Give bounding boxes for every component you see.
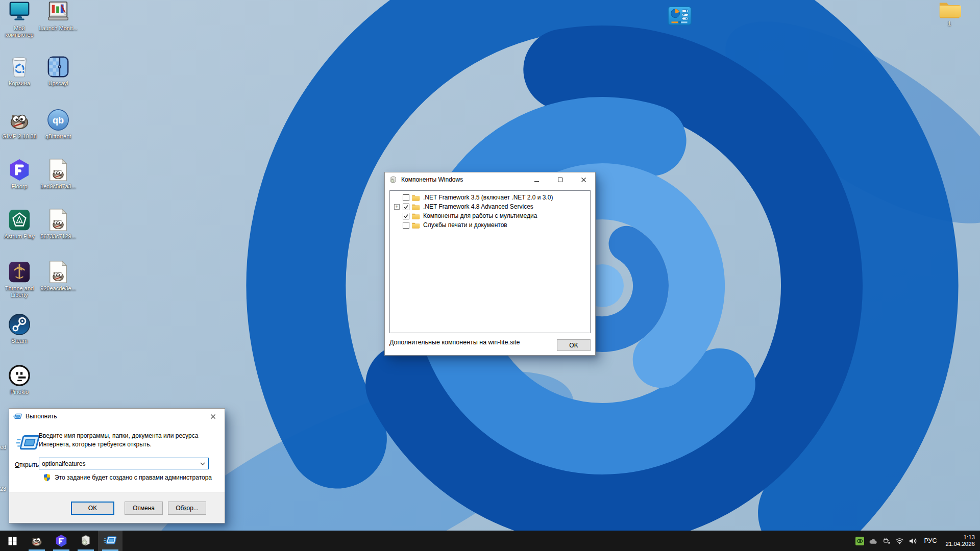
desktop-icon-gimp[interactable]: GIMP 2.10.38 [0, 108, 39, 140]
folder-icon [938, 0, 961, 19]
desktop-icon-my-computer[interactable]: Мой компьютер [0, 0, 39, 38]
close-button[interactable] [572, 172, 595, 187]
icon-label: Steam [11, 338, 28, 344]
browse-button[interactable]: Обзор... [168, 502, 206, 515]
control-panel-icon [668, 6, 692, 26]
icon-label: Корзина [9, 80, 30, 87]
titlebar[interactable]: Выполнить [9, 409, 225, 424]
partial-icon-label: 23 [0, 486, 6, 492]
admin-note-text: Это задание будет создано с правами адми… [55, 474, 212, 481]
volume-icon[interactable] [909, 537, 917, 545]
desktop-icon-folder-1[interactable]: 1 [930, 0, 969, 27]
clock[interactable]: 1:13 21.04.2026 [943, 534, 975, 548]
installer-icon [79, 534, 92, 547]
minimize-button[interactable] [525, 172, 548, 187]
launch-monitor-icon [46, 0, 70, 23]
desktop-icon-recycle-bin[interactable]: Корзина [0, 55, 39, 87]
chevron-down-icon[interactable] [197, 458, 208, 469]
desktop-icon-astrum-play[interactable]: Astrum Play [0, 208, 39, 240]
gimp-file-icon [46, 158, 70, 182]
desktop-icon-qbittorrent[interactable]: qb qBittorrent [39, 108, 78, 140]
desktop-icon-upscayl[interactable]: Upscayl [39, 55, 78, 87]
taskbar-app-windows-features[interactable] [74, 531, 98, 551]
icon-label: 920eacde3e... [40, 285, 76, 292]
steam-icon [8, 313, 31, 336]
cancel-button[interactable]: Отмена [125, 502, 163, 515]
feature-label: Службы печати и документов [423, 221, 507, 229]
icon-label: Мой компьютер [0, 25, 39, 38]
icon-label: qBittorrent [45, 133, 71, 140]
icon-label: Throne and Liberty [0, 285, 39, 298]
desktop-icon-gimp-file-1[interactable]: 1ed9c5d7a3... [39, 158, 78, 190]
gimp-file-icon [46, 208, 70, 232]
run-description: Введите имя программы, папки, документа … [39, 432, 212, 449]
upscayl-icon [46, 55, 70, 79]
feature-label: Компоненты для работы с мультимедиа [423, 212, 537, 219]
icon-label: 56733c7129... [40, 233, 76, 240]
desktop-icon-pinokio[interactable]: Pinokio [0, 364, 39, 395]
folder-icon [411, 204, 420, 210]
icon-label: Upscayl [48, 80, 68, 87]
partial-icon-label: ed [0, 444, 6, 450]
nvidia-settings-icon[interactable] [855, 537, 864, 545]
recycle-bin-icon [8, 55, 31, 79]
icon-label: Astrum Play [4, 233, 34, 240]
run-dialog-body: Введите имя программы, папки, документа … [9, 424, 225, 493]
qbittorrent-icon: qb [46, 108, 70, 132]
expand-toggle-icon[interactable]: + [394, 204, 400, 210]
maximize-button[interactable] [548, 172, 572, 187]
open-input[interactable] [39, 458, 197, 469]
desktop-icon-control-panel[interactable] [668, 6, 692, 28]
taskbar-app-floorp[interactable] [49, 531, 74, 551]
date: 21.04.2026 [945, 541, 975, 548]
uac-shield-icon [43, 473, 51, 482]
desktop-icon-gimp-file-2[interactable]: 56733c7129... [39, 208, 78, 240]
computer-icon [8, 0, 31, 23]
start-button[interactable] [0, 531, 24, 551]
desktop-icon-floorp[interactable]: Floorp [0, 158, 39, 190]
feature-checkbox[interactable] [403, 194, 409, 201]
icon-label: GIMP 2.10.38 [2, 133, 37, 140]
power-plug-icon[interactable] [882, 537, 891, 545]
titlebar[interactable]: Компоненты Windows [385, 172, 595, 187]
desktop-icon-gimp-file-3[interactable]: 920eacde3e... [39, 260, 78, 292]
time: 1:13 [945, 534, 975, 541]
onedrive-cloud-icon[interactable] [869, 537, 877, 545]
desktop-icon-steam[interactable]: Steam [0, 313, 39, 344]
feature-checkbox[interactable] [403, 222, 409, 229]
run-app-icon [13, 412, 22, 421]
wifi-icon[interactable] [895, 537, 904, 545]
astrum-play-icon [8, 208, 31, 232]
desktop: Мой компьютер Корзина GIMP 2.10.38 Floor… [0, 0, 980, 551]
feature-checkbox[interactable] [403, 204, 409, 210]
open-combobox[interactable] [39, 458, 209, 469]
taskbar-app-gimp[interactable] [24, 531, 49, 551]
run-icon [104, 534, 117, 547]
taskbar-app-run[interactable] [98, 531, 122, 551]
feature-checkbox[interactable] [403, 213, 409, 219]
icon-label: 1 [948, 20, 951, 27]
gimp-icon [8, 108, 31, 132]
close-button[interactable] [201, 409, 225, 424]
taskbar-apps [0, 531, 122, 551]
desktop-icon-launch-monitor[interactable]: Launch Monit... [39, 0, 78, 32]
button-strip: OK Отмена Обзор... [9, 492, 225, 523]
icon-label: Launch Monit... [39, 25, 77, 32]
desktop-icon-throne-and-liberty[interactable]: Throne and Liberty [0, 260, 39, 298]
windows-features-dialog: Компоненты Windows + .NET Framework 3.5 … [384, 172, 596, 356]
folder-icon [411, 194, 420, 201]
feature-row[interactable]: + .NET Framework 4.8 Advanced Services [390, 202, 590, 211]
feature-row[interactable]: + Службы печати и документов [390, 220, 590, 230]
windows-start-icon [8, 537, 17, 545]
features-list[interactable]: + .NET Framework 3.5 (включает .NET 2.0 … [389, 190, 591, 333]
ok-button[interactable]: OK [71, 502, 114, 515]
throne-and-liberty-icon [8, 260, 31, 284]
feature-row[interactable]: + Компоненты для работы с мультимедиа [390, 211, 590, 220]
feature-row[interactable]: + .NET Framework 3.5 (включает .NET 2.0 … [390, 193, 590, 202]
icon-label: 1ed9c5d7a3... [40, 183, 76, 190]
run-icon [16, 434, 40, 453]
ok-button[interactable]: OK [557, 339, 591, 351]
language-indicator[interactable]: РУС [922, 537, 939, 544]
floorp-icon [55, 534, 68, 547]
run-dialog: Выполнить Введите имя программы, папки, … [9, 408, 225, 523]
